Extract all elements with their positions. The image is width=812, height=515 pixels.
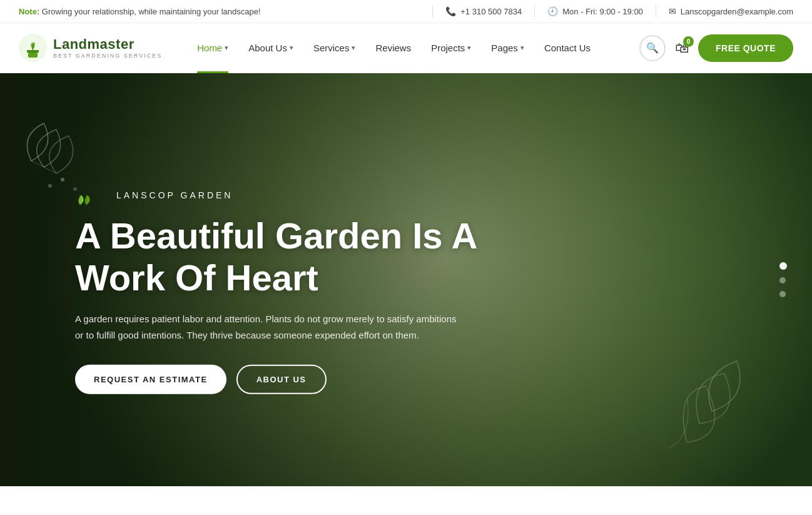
- svg-point-4: [61, 178, 64, 181]
- search-button[interactable]: 🔍: [639, 35, 666, 61]
- chevron-down-icon: ▾: [225, 44, 228, 52]
- cart-badge: 0: [683, 36, 694, 47]
- hours-item: 🕘 Mon - Fri: 9:00 - 19:00: [547, 6, 643, 16]
- nav-projects-label: Projects: [431, 43, 465, 53]
- about-us-button[interactable]: ABOUT US: [236, 365, 327, 394]
- hero-buttons: REQUEST AN ESTIMATE ABOUT US: [75, 365, 544, 394]
- phone-item: 📞 +1 310 500 7834: [445, 6, 522, 16]
- svg-point-5: [48, 184, 52, 188]
- email-icon: ✉: [669, 6, 676, 16]
- nav-item-contact[interactable]: Contact Us: [534, 23, 601, 73]
- hero-leaf-icon: [75, 193, 94, 208]
- cart-button[interactable]: 🛍 0: [675, 40, 689, 56]
- logo-icon: [19, 34, 47, 62]
- hero-section: LANSCOP GARDEN A Beautiful Garden Is A W…: [0, 73, 812, 486]
- nav-item-reviews[interactable]: Reviews: [365, 23, 421, 73]
- slider-dot-2[interactable]: [779, 277, 786, 283]
- topbar-divider: [432, 5, 433, 18]
- logo-name: Landmaster: [53, 37, 162, 52]
- hero-subtitle: LANSCOP GARDEN: [116, 190, 233, 200]
- slider-dots: [779, 262, 787, 297]
- nav-item-services[interactable]: Services ▾: [303, 23, 366, 73]
- logo-text-block: Landmaster BEST GARDENING SERVICES: [53, 37, 162, 58]
- svg-rect-2: [27, 50, 39, 53]
- slider-dot-1[interactable]: [779, 262, 787, 270]
- free-quote-label: FREE QUOTE: [716, 43, 776, 53]
- chevron-down-icon-3: ▾: [352, 44, 355, 52]
- nav-contact-label: Contact Us: [544, 43, 591, 53]
- note-label: Note:: [19, 7, 39, 16]
- nav-about-label: About Us: [248, 43, 287, 53]
- logo-tagline: BEST GARDENING SERVICES: [53, 53, 162, 59]
- email-item: ✉ Lanscopgarden@example.com: [669, 6, 793, 16]
- business-hours: Mon - Fri: 9:00 - 19:00: [562, 7, 643, 16]
- nav-menu: Home ▾ About Us ▾ Services ▾ Reviews Pro…: [187, 23, 639, 73]
- note-text: Growing your relationship, while maintai…: [42, 7, 261, 16]
- phone-icon: 📞: [445, 6, 456, 16]
- clock-icon: 🕘: [547, 6, 558, 16]
- nav-pages-label: Pages: [491, 43, 518, 53]
- request-estimate-button[interactable]: REQUEST AN ESTIMATE: [75, 365, 226, 394]
- nav-item-about[interactable]: About Us ▾: [238, 23, 303, 73]
- hero-leaf-row: LANSCOP GARDEN: [75, 190, 544, 210]
- chevron-down-icon-4: ▾: [467, 44, 471, 52]
- hero-content: LANSCOP GARDEN A Beautiful Garden Is A W…: [75, 190, 544, 394]
- nav-services-label: Services: [313, 43, 350, 53]
- phone-number: +1 310 500 7834: [460, 7, 522, 16]
- nav-reviews-label: Reviews: [375, 43, 411, 53]
- topbar-note: Note: Growing your relationship, while m…: [19, 7, 420, 16]
- aboutus-label: ABOUT US: [256, 375, 307, 384]
- deco-leaves-bottomright: [637, 349, 762, 461]
- navbar: Landmaster BEST GARDENING SERVICES Home …: [0, 23, 812, 73]
- nav-home-label: Home: [197, 43, 222, 53]
- nav-item-projects[interactable]: Projects ▾: [421, 23, 481, 73]
- slider-dot-3[interactable]: [779, 291, 786, 297]
- chevron-down-icon-5: ▾: [520, 44, 524, 52]
- email-address: Lanscopgarden@example.com: [681, 7, 793, 16]
- topbar: Note: Growing your relationship, while m…: [0, 0, 812, 23]
- nav-item-home[interactable]: Home ▾: [187, 23, 238, 73]
- hero-description: A garden requires patient labor and atte…: [75, 311, 463, 343]
- topbar-divider-2: [534, 5, 535, 18]
- nav-actions: 🔍 🛍 0 FREE QUOTE: [639, 34, 793, 62]
- topbar-divider-3: [656, 5, 656, 18]
- estimate-label: REQUEST AN ESTIMATE: [94, 375, 208, 384]
- search-icon: 🔍: [646, 42, 659, 54]
- chevron-down-icon-2: ▾: [290, 44, 293, 52]
- logo[interactable]: Landmaster BEST GARDENING SERVICES: [19, 34, 162, 62]
- hero-title: A Beautiful Garden Is A Work Of Heart: [75, 215, 544, 298]
- free-quote-button[interactable]: FREE QUOTE: [698, 34, 793, 62]
- nav-item-pages[interactable]: Pages ▾: [481, 23, 534, 73]
